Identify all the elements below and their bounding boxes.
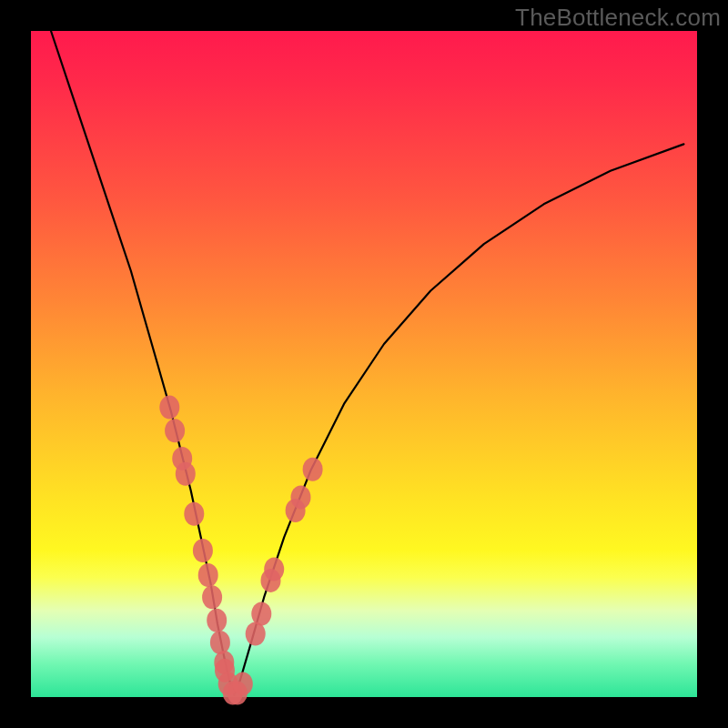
marker-point xyxy=(251,602,271,626)
marker-point xyxy=(264,558,284,581)
plot-area xyxy=(31,31,697,697)
marker-point xyxy=(233,672,253,695)
curve-layer xyxy=(31,31,697,697)
marker-point xyxy=(176,462,196,486)
marker-point xyxy=(159,396,179,420)
chart-frame: TheBottleneck.com xyxy=(0,0,728,728)
watermark-text: TheBottleneck.com xyxy=(515,4,721,32)
marker-point xyxy=(303,458,323,481)
marker-point xyxy=(165,419,185,442)
bottleneck-curve xyxy=(51,31,683,695)
marker-point xyxy=(184,502,204,526)
marker-point xyxy=(210,631,230,654)
marker-group xyxy=(159,396,322,705)
marker-point xyxy=(202,585,222,609)
marker-point xyxy=(207,609,227,632)
marker-point xyxy=(198,563,218,587)
marker-point xyxy=(193,539,213,562)
marker-point xyxy=(291,485,311,509)
